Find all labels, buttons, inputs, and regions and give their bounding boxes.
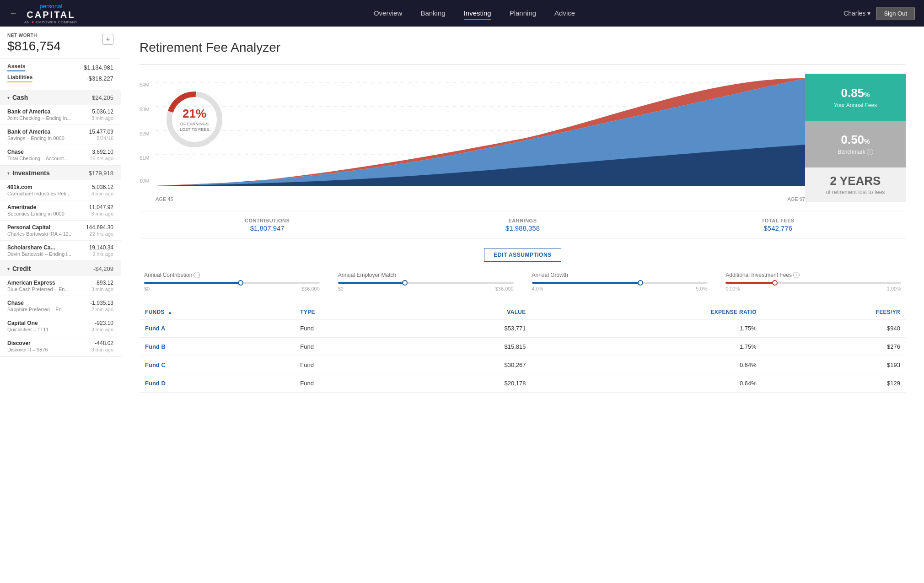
benchmark-label-text: Benchmark (838, 149, 865, 155)
fund-b-link[interactable]: Fund B (145, 343, 166, 350)
account-time: 3 min ago (91, 115, 113, 121)
fund-b-fees-cell: $276 (762, 338, 906, 356)
fund-a-link[interactable]: Fund A (145, 325, 165, 332)
your-fees-pct: 0.85% (841, 86, 870, 100)
account-name: American Express (7, 280, 69, 286)
info-icon[interactable]: i (793, 272, 800, 278)
slider-track[interactable] (144, 282, 320, 284)
y-label-2m: $2M (140, 131, 149, 136)
age-start-label: AGE 45 (156, 196, 173, 202)
assets-label: Assets (7, 63, 25, 71)
nav-overview[interactable]: Overview (374, 7, 403, 20)
fund-d-link[interactable]: Fund D (145, 380, 166, 387)
account-sub: Discover It – 9876 (7, 347, 48, 352)
slider-label-text: Annual Growth (532, 272, 568, 278)
value-column-header[interactable]: Value (400, 305, 532, 319)
type-column-header[interactable]: Type (295, 305, 399, 319)
expense-ratio-column-header[interactable]: Expense Ratio (532, 305, 762, 319)
slider-max: $36,000 (301, 286, 320, 292)
donut-percentage: 21% (180, 107, 209, 121)
benchmark-label: Benchmark i (838, 149, 873, 155)
fund-d-expense-cell: 0.64% (532, 374, 762, 393)
list-item[interactable]: Bank of America Savings – Ending in 0000… (0, 125, 121, 145)
slider-thumb[interactable] (238, 280, 243, 286)
edit-assumptions-wrap: EDIT ASSUMPTIONS (140, 248, 906, 262)
info-icon[interactable]: i (193, 272, 200, 278)
contributions-value: $1,807,947 (140, 224, 395, 232)
investments-category-header[interactable]: ▾ Investments $179,918 (0, 166, 121, 180)
list-item[interactable]: Ameritrade Securities Ending in 0000 11,… (0, 200, 121, 221)
slider-thumb[interactable] (772, 280, 778, 286)
account-value: -893.12 (91, 280, 113, 286)
account-sub: Securities Ending in 0000 (7, 211, 64, 216)
credit-total: -$4,209 (93, 265, 113, 272)
table-header-row: Funds ▲ Type Value Expense Ratio Fees/yr (140, 305, 906, 319)
logo-personal: personal (40, 3, 63, 10)
table-row: Fund D Fund $20,178 0.64% $129 (140, 374, 906, 393)
slider-max: 1.00% (887, 286, 901, 292)
benchmark-card: 0.50% Benchmark i (805, 121, 906, 168)
add-account-button[interactable]: + (102, 34, 113, 45)
list-item[interactable]: Chase Sapphire Preferred – En... -1,935.… (0, 296, 121, 316)
list-item[interactable]: Personal Capital Charles Bartowski IRA –… (0, 221, 121, 241)
nav-investing[interactable]: Investing (464, 7, 491, 20)
list-item[interactable]: American Express Blue Cash Preferred – E… (0, 276, 121, 296)
nav-banking[interactable]: Banking (420, 7, 445, 20)
fund-b-value-cell: $15,815 (400, 338, 532, 356)
account-name: Ameritrade (7, 204, 64, 211)
account-name: 401k.com (7, 184, 70, 190)
earnings-value: $1,988,358 (395, 224, 650, 232)
account-sub: Quicksilver – 1111 (7, 327, 49, 332)
account-name: Personal Capital (7, 224, 73, 231)
slider-fill (144, 282, 241, 284)
nav-planning[interactable]: Planning (510, 7, 536, 20)
additional-investment-fees-slider: Additional Investment Fees i 0.00% 1.00% (725, 272, 901, 292)
list-item[interactable]: 401k.com Carmichael Industries Reti... 5… (0, 180, 121, 200)
fees-yr-column-header[interactable]: Fees/yr (762, 305, 906, 319)
age-labels: AGE 45 AGE 67 (156, 196, 805, 202)
fund-d-value-cell: $20,178 (400, 374, 532, 393)
signout-button[interactable]: Sign Out (876, 7, 915, 20)
account-name: Bank of America (7, 129, 64, 135)
slider-thumb[interactable] (638, 280, 643, 286)
contributions-label: CONTRIBUTIONS (140, 218, 395, 223)
your-fees-label: Your Annual Fees (834, 102, 877, 108)
account-time: 3 min ago (91, 347, 113, 352)
list-item[interactable]: Capital One Quicksilver – 1111 -923.10 3… (0, 316, 121, 336)
slider-track[interactable] (725, 282, 901, 284)
list-item[interactable]: Discover Discover It – 9876 -448.02 3 mi… (0, 336, 121, 356)
back-button[interactable]: ← (9, 9, 17, 18)
slider-fill (532, 282, 641, 284)
fund-c-link[interactable]: Fund C (145, 362, 166, 368)
credit-category-header[interactable]: ▾ Credit -$4,209 (0, 261, 121, 276)
slider-track[interactable] (532, 282, 708, 284)
list-item[interactable]: Chase Total Checking – Account... 3,692.… (0, 145, 121, 165)
fund-a-name-cell: Fund A (140, 319, 295, 338)
y-label-4m: $4M (140, 82, 149, 87)
slider-thumb[interactable] (402, 280, 408, 286)
nav-advice[interactable]: Advice (554, 7, 575, 20)
funds-table-body: Fund A Fund $53,771 1.75% $940 Fund B Fu… (140, 319, 906, 393)
total-fees-label: TOTAL FEES (650, 218, 906, 223)
info-icon[interactable]: i (867, 149, 873, 155)
chevron-down-icon: ▾ (7, 266, 10, 271)
edit-assumptions-button[interactable]: EDIT ASSUMPTIONS (484, 248, 561, 262)
slider-track[interactable] (338, 282, 514, 284)
slider-label-text: Annual Contribution (144, 272, 192, 278)
list-item[interactable]: Scholarshare Ca... Devin Bartowski – End… (0, 241, 121, 261)
funds-column-header[interactable]: Funds ▲ (140, 305, 295, 319)
fund-c-expense-cell: 0.64% (532, 356, 762, 374)
fund-b-expense-cell: 1.75% (532, 338, 762, 356)
list-item[interactable]: Bank of America Joint Checking – Ending … (0, 105, 121, 125)
investments-total: $179,918 (89, 170, 113, 177)
assets-liabilities: Assets $1,134,981 Liabilities -$318,227 (0, 59, 121, 90)
net-worth-value: $816,754 (7, 39, 61, 54)
cash-category: ▾ Cash $24,205 Bank of America Joint Che… (0, 90, 121, 166)
slider-min: $0 (144, 286, 150, 292)
account-value: 3,692.10 (90, 149, 113, 155)
fund-a-fees-cell: $940 (762, 319, 906, 338)
table-row: Fund C Fund $30,267 0.64% $193 (140, 356, 906, 374)
cash-category-header[interactable]: ▾ Cash $24,205 (0, 90, 121, 105)
account-time: 9 hrs ago (89, 251, 113, 257)
user-menu-button[interactable]: Charles ▾ (843, 10, 870, 17)
